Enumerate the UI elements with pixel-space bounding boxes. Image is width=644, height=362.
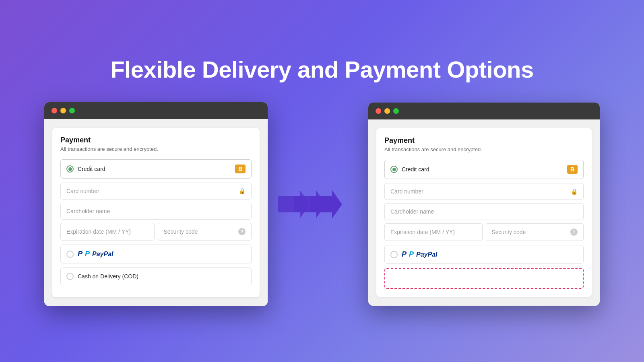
paypal-logo-right: PP PayPal xyxy=(402,250,438,259)
security-placeholder-right: Security code xyxy=(492,229,526,235)
window-left: Payment All transactions are secure and … xyxy=(44,102,268,306)
page-title: Flexible Delivery and Payment Options xyxy=(110,56,534,83)
expiration-placeholder-left: Expiration date (MM / YY) xyxy=(66,228,131,235)
arrows-svg xyxy=(278,190,358,218)
badge-right: B xyxy=(567,165,578,174)
radio-credit-left[interactable] xyxy=(66,165,74,173)
paypal-option-left[interactable]: PP PayPal xyxy=(60,245,252,263)
help-icon-left[interactable]: ? xyxy=(238,228,246,235)
help-icon-right[interactable]: ? xyxy=(570,228,578,236)
window-content-right: Payment All transactions are secure and … xyxy=(368,119,600,306)
radio-paypal-right[interactable] xyxy=(390,251,398,258)
dot-red-left[interactable] xyxy=(52,108,57,113)
expiry-security-row-right: Expiration date (MM / YY) Security code … xyxy=(384,223,584,241)
radio-paypal-left[interactable] xyxy=(66,251,74,258)
security-field-right[interactable]: Security code ? xyxy=(486,223,584,241)
cod-label-left: Cash on Delivery (COD) xyxy=(78,273,138,280)
security-placeholder-left: Security code xyxy=(164,228,198,235)
expiry-security-row-left: Expiration date (MM / YY) Security code … xyxy=(60,223,252,241)
card-number-placeholder-right: Card number xyxy=(390,188,423,195)
payment-card-left: Payment All transactions are secure and … xyxy=(52,128,260,297)
cardholder-field-right[interactable]: Cardholder name xyxy=(384,203,584,220)
window-right: Payment All transactions are secure and … xyxy=(368,103,600,306)
title-bar-left xyxy=(44,102,268,119)
card-number-field-left[interactable]: Card number 🔒 xyxy=(60,183,252,200)
payment-card-right: Payment All transactions are secure and … xyxy=(376,128,592,297)
credit-card-label-left: Credit card xyxy=(78,166,235,172)
windows-row: Payment All transactions are secure and … xyxy=(44,102,600,306)
credit-card-option-left[interactable]: Credit card B xyxy=(60,159,252,179)
expiration-placeholder-right: Expiration date (MM / YY) xyxy=(390,229,455,235)
credit-card-label-right: Credit card xyxy=(402,166,567,173)
title-bar-right xyxy=(368,103,600,119)
dot-green-right[interactable] xyxy=(393,108,399,114)
payment-title-right: Payment xyxy=(384,136,584,145)
paypal-logo-left: PP PayPal xyxy=(78,250,114,258)
security-field-left[interactable]: Security code ? xyxy=(158,223,252,241)
arrow-section xyxy=(268,190,368,218)
form-fields-right: Card number 🔒 Cardholder name Expiration… xyxy=(384,183,584,241)
dot-red-right[interactable] xyxy=(376,108,381,114)
expiration-field-right[interactable]: Expiration date (MM / YY) xyxy=(384,223,483,241)
form-fields-left: Card number 🔒 Cardholder name Expiration… xyxy=(60,183,252,241)
cardholder-field-left[interactable]: Cardholder name xyxy=(60,203,252,220)
credit-card-option-right[interactable]: Credit card B xyxy=(384,160,584,179)
window-content-left: Payment All transactions are secure and … xyxy=(44,119,268,306)
payment-subtitle-right: All transactions are secure and encrypte… xyxy=(384,146,584,152)
svg-marker-2 xyxy=(310,190,342,218)
payment-subtitle-left: All transactions are secure and encrypte… xyxy=(60,146,252,152)
radio-credit-right[interactable] xyxy=(390,166,398,173)
paypal-text-right: PayPal xyxy=(416,251,437,258)
payment-title-left: Payment xyxy=(60,136,252,144)
radio-cod-left[interactable] xyxy=(66,273,74,280)
dashed-box-right xyxy=(384,268,584,289)
paypal-option-right[interactable]: PP PayPal xyxy=(384,245,584,264)
dot-green-left[interactable] xyxy=(69,108,75,113)
cod-option-left[interactable]: Cash on Delivery (COD) xyxy=(60,267,252,285)
badge-left: B xyxy=(235,165,246,173)
lock-icon-right: 🔒 xyxy=(571,188,578,195)
cardholder-placeholder-left: Cardholder name xyxy=(66,208,110,214)
expiration-field-left[interactable]: Expiration date (MM / YY) xyxy=(60,223,155,241)
lock-icon-left: 🔒 xyxy=(239,188,246,194)
dot-yellow-right[interactable] xyxy=(384,108,390,114)
dot-yellow-left[interactable] xyxy=(60,108,66,113)
card-number-field-right[interactable]: Card number 🔒 xyxy=(384,183,584,200)
card-number-placeholder-left: Card number xyxy=(66,188,99,194)
paypal-text-left: PayPal xyxy=(92,251,113,258)
arrows-container xyxy=(278,190,358,218)
cardholder-placeholder-right: Cardholder name xyxy=(390,208,434,215)
